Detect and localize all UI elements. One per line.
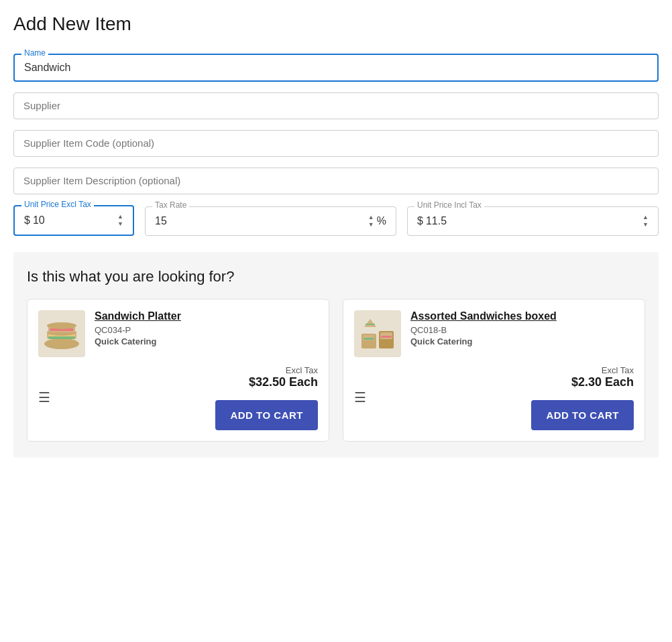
svg-point-7 <box>47 322 76 329</box>
product-card-0: Sandwich Platter QC034-P Quick Catering … <box>27 299 329 442</box>
add-to-cart-button-1[interactable]: ADD TO CART <box>531 400 634 430</box>
product-supplier-0: Quick Catering <box>95 336 318 346</box>
product-name-0[interactable]: Sandwich Platter <box>95 310 318 322</box>
incl-spinner-up-icon[interactable]: ▲ <box>642 214 649 221</box>
supplier-desc-field-wrapper <box>13 168 659 194</box>
card-bottom-row-1: ☰ Excl Tax $2.30 Each ADD TO CART <box>354 365 634 430</box>
price-info-0: Excl Tax $32.50 Each <box>249 365 318 389</box>
add-to-cart-button-0[interactable]: ADD TO CART <box>215 400 318 430</box>
price-row: Unit Price Excl Tax $ ▲ ▼ Tax Rate ▲ ▼ %… <box>13 205 659 236</box>
tax-spinner-down-icon[interactable]: ▼ <box>368 221 374 229</box>
svg-rect-2 <box>48 336 75 339</box>
unit-price-excl-dollar: $ <box>24 214 30 227</box>
product-supplier-1: Quick Catering <box>410 336 634 346</box>
price-and-btn-0: Excl Tax $32.50 Each ADD TO CART <box>215 365 318 430</box>
price-value-0: $32.50 Each <box>249 375 318 389</box>
sandwich-platter-image <box>42 314 82 354</box>
unit-price-excl-label: Unit Price Excl Tax <box>21 200 94 209</box>
price-value-1: $2.30 Each <box>571 375 634 389</box>
supplier-code-field-wrapper <box>13 130 659 157</box>
svg-rect-10 <box>363 338 374 340</box>
tax-rate-field: Tax Rate ▲ ▼ % <box>145 206 396 236</box>
name-field-wrapper: Name <box>13 54 659 82</box>
cards-row: Sandwich Platter QC034-P Quick Catering … <box>27 299 645 442</box>
product-card-1: Assorted Sandwiches boxed QC018-B Quick … <box>343 299 645 442</box>
supplier-code-input[interactable] <box>23 137 649 149</box>
product-image-0 <box>38 310 85 357</box>
supplier-input[interactable] <box>23 100 649 111</box>
menu-icon-1[interactable]: ☰ <box>354 389 366 405</box>
unit-price-incl-dollar: $ <box>417 215 423 227</box>
supplier-field-wrapper <box>13 92 659 119</box>
tax-spinner-up-icon[interactable]: ▲ <box>368 214 374 221</box>
unit-price-incl-input[interactable] <box>426 215 642 227</box>
spinner-down-icon[interactable]: ▼ <box>117 220 123 228</box>
spinner-up-icon[interactable]: ▲ <box>117 213 123 220</box>
excl-tax-label-1: Excl Tax <box>571 365 634 375</box>
card-info-0: Sandwich Platter QC034-P Quick Catering <box>95 310 318 357</box>
unit-price-incl-spinner[interactable]: ▲ ▼ <box>642 214 649 229</box>
unit-price-excl-field: Unit Price Excl Tax $ ▲ ▼ <box>13 205 134 236</box>
card-top-1: Assorted Sandwiches boxed QC018-B Quick … <box>354 310 634 357</box>
product-name-1[interactable]: Assorted Sandwiches boxed <box>410 310 634 322</box>
price-info-1: Excl Tax $2.30 Each <box>571 365 634 389</box>
product-image-1 <box>354 310 401 357</box>
tax-rate-unit: % <box>377 215 386 227</box>
svg-point-0 <box>44 338 79 349</box>
unit-price-excl-input[interactable] <box>33 214 87 227</box>
suggestions-section: Is this what you are looking for? <box>13 252 659 458</box>
card-top-0: Sandwich Platter QC034-P Quick Catering <box>38 310 318 357</box>
menu-icon-0[interactable]: ☰ <box>38 389 50 405</box>
name-input[interactable] <box>24 62 648 74</box>
page-title: Add New Item <box>13 13 659 35</box>
product-code-0: QC034-P <box>95 325 318 335</box>
card-info-1: Assorted Sandwiches boxed QC018-B Quick … <box>410 310 634 357</box>
product-code-1: QC018-B <box>410 325 634 335</box>
price-and-btn-1: Excl Tax $2.30 Each ADD TO CART <box>531 365 634 430</box>
supplier-desc-input[interactable] <box>23 175 649 186</box>
tax-rate-spinner[interactable]: ▲ ▼ <box>368 214 374 229</box>
unit-price-incl-field: Unit Price Incl Tax $ ▲ ▼ <box>407 206 659 236</box>
name-label: Name <box>21 48 48 58</box>
tax-rate-label: Tax Rate <box>152 200 189 210</box>
tax-rate-input[interactable] <box>155 215 368 227</box>
assorted-sandwiches-image <box>357 314 398 354</box>
suggestions-title: Is this what you are looking for? <box>27 268 645 285</box>
excl-tax-label-0: Excl Tax <box>249 365 318 375</box>
svg-rect-13 <box>381 336 392 338</box>
incl-spinner-down-icon[interactable]: ▼ <box>642 221 649 229</box>
unit-price-excl-spinner[interactable]: ▲ ▼ <box>117 213 123 228</box>
unit-price-incl-label: Unit Price Incl Tax <box>414 200 484 210</box>
card-bottom-row-0: ☰ Excl Tax $32.50 Each ADD TO CART <box>38 365 318 430</box>
